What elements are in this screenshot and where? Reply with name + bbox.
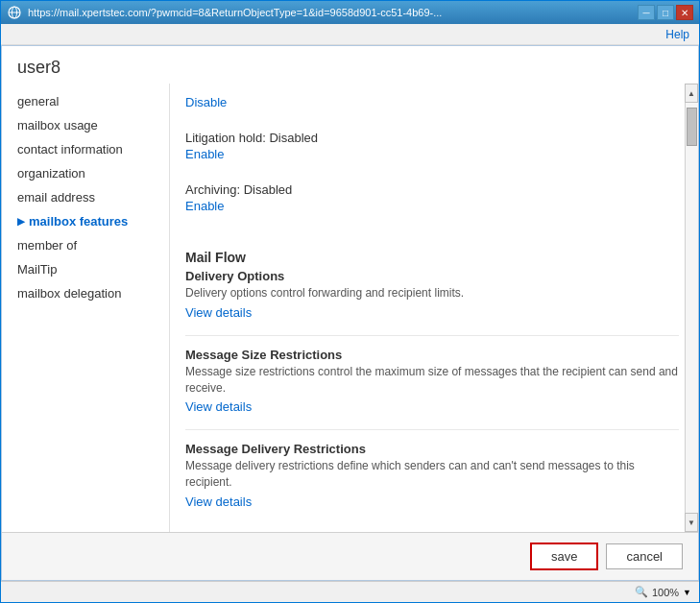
divider1	[185, 335, 679, 336]
message-size-desc: Message size restrictions control the ma…	[185, 364, 679, 397]
mail-flow-header: Mail Flow	[185, 250, 679, 265]
mail-flow-section: Mail Flow Delivery Options Delivery opti…	[185, 250, 679, 513]
url-bar[interactable]: https://mail.xpertstec.com/?pwmcid=8&Ret…	[28, 7, 632, 18]
app-window: https://mail.xpertstec.com/?pwmcid=8&Ret…	[0, 0, 700, 603]
scroll-down-button[interactable]: ▼	[685, 513, 698, 532]
delivery-options-title: Delivery Options	[185, 269, 679, 283]
maximize-button[interactable]: □	[657, 5, 674, 20]
zoom-dropdown-icon[interactable]: ▼	[683, 588, 691, 597]
sidebar-item-email-address[interactable]: email address	[2, 185, 169, 209]
save-button[interactable]: save	[530, 543, 598, 570]
sidebar-label-mailtip: MailTip	[17, 262, 57, 277]
archiving-section: Archiving: Disabled Enable	[185, 182, 679, 217]
title-bar: https://mail.xpertstec.com/?pwmcid=8&Ret…	[1, 1, 699, 24]
message-delivery-block: Message Delivery Restrictions Message de…	[185, 442, 679, 513]
spacer	[185, 234, 679, 250]
sidebar: general mailbox usage contact informatio…	[2, 84, 170, 532]
main-content: user8 general mailbox usage contact info…	[1, 45, 699, 581]
disable-link[interactable]: Disable	[185, 95, 227, 109]
sidebar-label-mailbox-usage: mailbox usage	[17, 118, 98, 133]
message-size-view-details-link[interactable]: View details	[185, 399, 252, 414]
litigation-section: Litigation hold: Disabled Enable	[185, 131, 679, 165]
message-size-title: Message Size Restrictions	[185, 348, 679, 362]
archiving-status-text: Archiving: Disabled	[185, 182, 679, 197]
window-controls: ─ □ ✕	[638, 5, 693, 20]
help-link[interactable]: Help	[665, 28, 689, 41]
status-bar: 🔍 100% ▼	[1, 581, 699, 602]
cancel-button[interactable]: cancel	[606, 543, 683, 569]
zoom-icon: 🔍	[635, 586, 648, 598]
scrollbar-thumb[interactable]	[687, 108, 697, 146]
scrollbar-track	[685, 103, 698, 513]
delivery-options-desc: Delivery options control forwarding and …	[185, 285, 679, 302]
delivery-options-block: Delivery Options Delivery options contro…	[185, 269, 679, 324]
message-delivery-desc: Message delivery restrictions define whi…	[185, 458, 679, 491]
litigation-enable-link[interactable]: Enable	[185, 147, 224, 161]
scroll-up-button[interactable]: ▲	[685, 84, 698, 103]
active-arrow-icon: ▶	[17, 216, 25, 227]
browser-icon	[7, 5, 22, 20]
minimize-button[interactable]: ─	[638, 5, 655, 20]
scroll-area: Disable Litigation hold: Disabled Enable…	[170, 84, 698, 532]
sidebar-label-general: general	[17, 94, 59, 109]
help-bar: Help	[1, 24, 699, 45]
sidebar-item-organization[interactable]: organization	[2, 161, 169, 185]
content-area: general mailbox usage contact informatio…	[2, 84, 698, 532]
sidebar-label-mailbox-delegation: mailbox delegation	[17, 286, 121, 301]
message-delivery-view-details-link[interactable]: View details	[185, 494, 252, 509]
sidebar-item-mailbox-delegation[interactable]: mailbox delegation	[2, 281, 169, 305]
sidebar-item-mailbox-features[interactable]: ▶ mailbox features	[2, 209, 169, 233]
sidebar-label-mailbox-features: mailbox features	[29, 214, 128, 229]
sidebar-item-mailbox-usage[interactable]: mailbox usage	[2, 113, 169, 137]
sidebar-label-email-address: email address	[17, 190, 95, 205]
sidebar-item-general[interactable]: general	[2, 89, 169, 113]
sidebar-label-contact-information: contact information	[17, 142, 123, 157]
litigation-status-text: Litigation hold: Disabled	[185, 131, 679, 145]
archiving-enable-link[interactable]: Enable	[185, 199, 224, 213]
sidebar-item-contact-information[interactable]: contact information	[2, 137, 169, 161]
close-button[interactable]: ✕	[676, 5, 693, 20]
sidebar-item-member-of[interactable]: member of	[2, 233, 169, 257]
divider2	[185, 429, 679, 430]
message-delivery-title: Message Delivery Restrictions	[185, 442, 679, 456]
disable-section: Disable	[185, 95, 679, 113]
sidebar-item-mailtip[interactable]: MailTip	[2, 257, 169, 281]
right-panel: ▲ Disable Litigation hold: Disabled Enab…	[170, 84, 698, 532]
delivery-view-details-link[interactable]: View details	[185, 305, 252, 320]
message-size-block: Message Size Restrictions Message size r…	[185, 348, 679, 419]
sidebar-label-member-of: member of	[17, 238, 77, 253]
user-title: user8	[2, 46, 698, 84]
footer: save cancel	[2, 532, 698, 580]
sidebar-label-organization: organization	[17, 166, 85, 181]
zoom-level: 100%	[652, 587, 679, 598]
